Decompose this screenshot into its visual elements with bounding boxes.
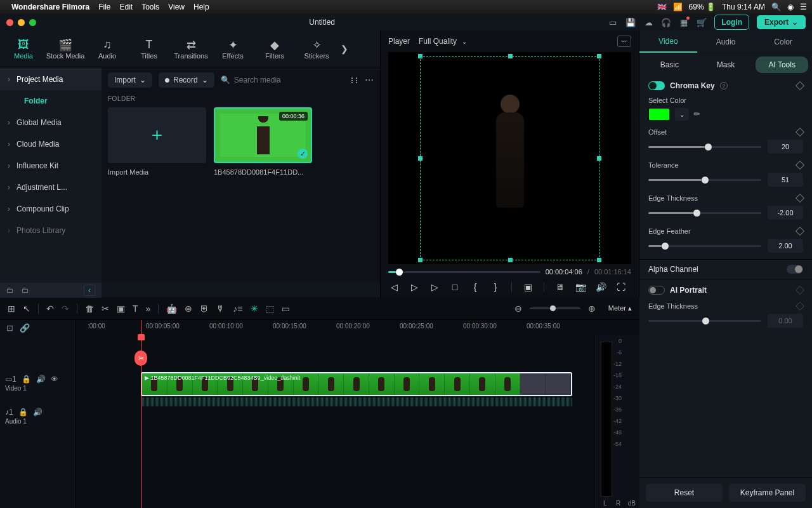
- cloud-icon[interactable]: ☁: [643, 17, 653, 27]
- music-icon[interactable]: ♪≡: [233, 304, 242, 314]
- crop-tool[interactable]: ▣: [117, 304, 125, 314]
- maximize-window[interactable]: [29, 19, 36, 26]
- keyframe-panel-button[interactable]: Keyframe Panel: [729, 484, 806, 502]
- play-button[interactable]: ▷: [409, 282, 420, 292]
- export-button[interactable]: Export⌄: [757, 15, 806, 29]
- minimize-window[interactable]: [18, 19, 25, 26]
- color-tool[interactable]: ⊛: [185, 304, 192, 314]
- tab-stock-media[interactable]: 🎬Stock Media: [44, 38, 86, 60]
- eyedropper-icon[interactable]: ✎: [692, 109, 703, 120]
- video-clip[interactable]: ▶ 1B45878DD0081F4F11DDCB92C54834B9_video…: [141, 372, 572, 396]
- menu-file[interactable]: File: [98, 3, 110, 11]
- window-controls[interactable]: [6, 19, 36, 26]
- sidebar-cloud-media[interactable]: Cloud Media: [0, 133, 102, 155]
- sidebar-project-media[interactable]: Project Media: [0, 69, 102, 90]
- tolerance-slider[interactable]: [648, 179, 761, 181]
- mark-out-button[interactable]: }: [490, 282, 501, 292]
- siri-icon[interactable]: ◉: [787, 3, 794, 11]
- wifi-icon[interactable]: 📶: [673, 3, 683, 11]
- lock-icon[interactable]: 🔒: [22, 375, 31, 384]
- import-media-card[interactable]: + Import Media: [108, 107, 206, 176]
- tab-transitions[interactable]: ⇄Transitions: [170, 38, 212, 60]
- headphones-icon[interactable]: 🎧: [661, 17, 671, 27]
- new-folder-icon[interactable]: 🗀: [6, 286, 14, 295]
- login-button[interactable]: Login: [714, 15, 749, 30]
- edge-thickness-slider[interactable]: [648, 212, 761, 214]
- shield-icon[interactable]: ⛨: [200, 304, 209, 314]
- timeline-ruler[interactable]: :00:00 00:00:05:00 00:00:10:00 00:00:15:…: [76, 320, 639, 335]
- search-input[interactable]: [234, 76, 343, 84]
- eye-icon[interactable]: 👁: [51, 375, 58, 384]
- import-dropdown[interactable]: Import⌄: [108, 72, 152, 88]
- stop-button[interactable]: □: [449, 282, 461, 292]
- props-tab-video[interactable]: Video: [639, 30, 697, 53]
- keyframe-diamond[interactable]: [796, 81, 804, 90]
- quality-dropdown[interactable]: Full Quality⌄: [419, 37, 467, 46]
- playhead[interactable]: ✂: [141, 320, 141, 508]
- mark-in-button[interactable]: {: [469, 282, 481, 292]
- apps-icon[interactable]: ⊞: [8, 304, 15, 314]
- split-button[interactable]: ✂: [102, 304, 109, 314]
- filter-icon[interactable]: ⫶⫶: [350, 75, 358, 85]
- delete-button[interactable]: 🗑: [85, 304, 94, 314]
- snapshot-button[interactable]: 📷: [575, 282, 586, 292]
- mic-icon[interactable]: 🎙: [216, 304, 225, 314]
- zoom-slider[interactable]: [530, 307, 580, 309]
- chroma-toggle[interactable]: [648, 81, 665, 90]
- sidebar-global-media[interactable]: Global Media: [0, 112, 102, 133]
- clock[interactable]: Thu 9:14 AM: [722, 3, 765, 11]
- menu-view[interactable]: View: [168, 3, 185, 11]
- meter-toggle[interactable]: Meter ▴: [608, 304, 632, 312]
- more-tools[interactable]: »: [146, 304, 151, 314]
- sidebar-influence-kit[interactable]: Influence Kit: [0, 155, 102, 177]
- tab-titles[interactable]: TTitles: [128, 38, 170, 60]
- edge-feather-slider[interactable]: [648, 245, 761, 247]
- magnet-icon[interactable]: ⊡: [6, 323, 13, 333]
- mute-icon[interactable]: 🔊: [36, 375, 46, 384]
- color-dropdown[interactable]: ⌄: [675, 108, 689, 121]
- display-ratio-button[interactable]: 🖥: [554, 282, 566, 292]
- reset-button[interactable]: Reset: [646, 484, 723, 502]
- fullscreen-button[interactable]: ⛶: [615, 282, 627, 292]
- keyframe-diamond[interactable]: [796, 227, 804, 236]
- redo-button[interactable]: ↷: [62, 304, 69, 314]
- subtab-mask[interactable]: Mask: [700, 57, 752, 73]
- bug-icon[interactable]: ✳: [251, 304, 258, 314]
- menu-help[interactable]: Help: [193, 3, 209, 11]
- control-center-icon[interactable]: ☰: [800, 3, 807, 11]
- chroma-color-swatch[interactable]: [648, 108, 670, 121]
- media-clip-card[interactable]: 00:00:36 ✓ 1B45878DD0081F4F11DD...: [214, 107, 312, 176]
- subtab-basic[interactable]: Basic: [643, 57, 696, 73]
- search-icon[interactable]: 🔍: [771, 3, 781, 11]
- tab-media[interactable]: 🖼Media: [3, 38, 44, 60]
- help-icon[interactable]: ?: [720, 82, 728, 90]
- player-viewport[interactable]: [388, 52, 631, 264]
- volume-button[interactable]: 🔊: [595, 282, 606, 292]
- lock-icon[interactable]: 🔒: [18, 408, 28, 417]
- crop-button[interactable]: ▣: [522, 282, 534, 292]
- tab-audio[interactable]: ♫Audio: [86, 38, 128, 60]
- sidebar-adjustment-layer[interactable]: Adjustment L...: [0, 177, 102, 198]
- mute-icon[interactable]: 🔊: [33, 408, 43, 417]
- text-tool[interactable]: T: [133, 304, 138, 314]
- keyframe-diamond[interactable]: [796, 128, 804, 137]
- subtab-ai-tools[interactable]: AI Tools: [756, 57, 808, 73]
- next-frame-button[interactable]: ▷: [429, 282, 440, 292]
- audio-track-head[interactable]: ♪1🔒🔊 Audio 1: [0, 405, 75, 438]
- offset-value[interactable]: 20: [768, 140, 803, 154]
- alpha-channel-toggle[interactable]: [787, 265, 803, 274]
- zoom-in-button[interactable]: ⊕: [588, 304, 596, 314]
- tab-filters[interactable]: ◆Filters: [254, 38, 296, 60]
- cart-icon[interactable]: 🛒: [697, 17, 707, 27]
- record-screen-icon[interactable]: ⬚: [266, 304, 274, 314]
- sidebar-folder[interactable]: Folder: [0, 90, 102, 112]
- close-window[interactable]: [6, 19, 13, 26]
- undo-button[interactable]: ↶: [46, 304, 54, 314]
- offset-slider[interactable]: [648, 146, 761, 148]
- pointer-tool[interactable]: ↖: [23, 304, 30, 314]
- save-icon[interactable]: 💾: [625, 17, 636, 27]
- link-icon[interactable]: 🔗: [20, 323, 30, 333]
- new-bin-icon[interactable]: 🗀: [22, 286, 29, 295]
- edge-thickness-value[interactable]: -2.00: [768, 206, 803, 220]
- tab-stickers[interactable]: ✧Stickers: [296, 38, 337, 60]
